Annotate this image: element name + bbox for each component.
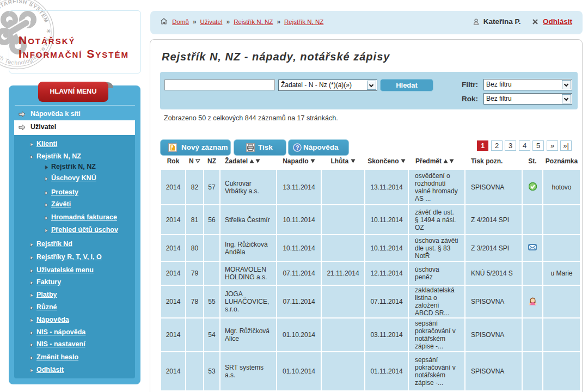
svg-text:?: ? — [296, 144, 299, 151]
